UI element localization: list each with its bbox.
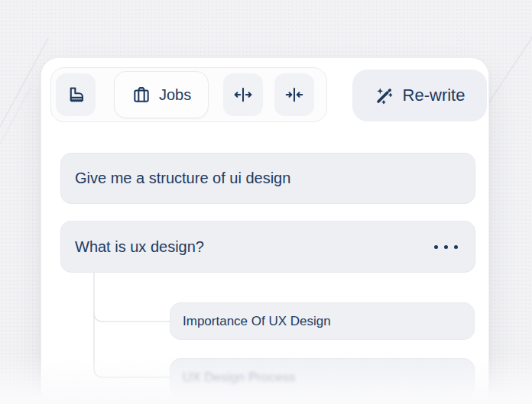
result-node-1-text: Importance Of UX Design xyxy=(183,314,331,329)
result-node-2-text: UX Design Process xyxy=(183,370,295,386)
result-node-2-generating[interactable]: UX Design Process xyxy=(170,358,475,398)
result-node-1[interactable]: Importance Of UX Design xyxy=(170,302,475,340)
prompt-node-2[interactable]: What is ux design? xyxy=(60,221,475,273)
rewrite-button-label: Re-write xyxy=(403,86,466,105)
app-canvas: Jobs xyxy=(0,0,532,404)
collapse-horizontal-button[interactable] xyxy=(274,73,314,116)
prompt-node-1[interactable]: Give me a structure of ui design xyxy=(60,153,475,204)
fold-horizontal-icon xyxy=(284,85,304,105)
prompt-node-2-text: What is ux design? xyxy=(75,238,204,256)
briefcase-icon xyxy=(131,85,151,105)
boot-button[interactable] xyxy=(56,73,96,116)
rewrite-button[interactable]: Re-write xyxy=(352,69,487,121)
mindmap-card: Jobs xyxy=(41,57,489,404)
jobs-button[interactable]: Jobs xyxy=(114,71,209,118)
wand-sparkles-icon xyxy=(375,86,394,105)
unfold-horizontal-icon xyxy=(233,85,253,105)
expand-horizontal-button[interactable] xyxy=(223,73,263,116)
jobs-button-label: Jobs xyxy=(159,86,191,104)
boot-icon xyxy=(66,85,86,105)
tree-connector xyxy=(85,268,177,404)
background-diagonal-left-2 xyxy=(0,88,31,156)
toolbar: Jobs xyxy=(50,67,327,122)
ellipsis-icon[interactable] xyxy=(431,238,461,257)
prompt-node-1-text: Give me a structure of ui design xyxy=(75,170,290,187)
